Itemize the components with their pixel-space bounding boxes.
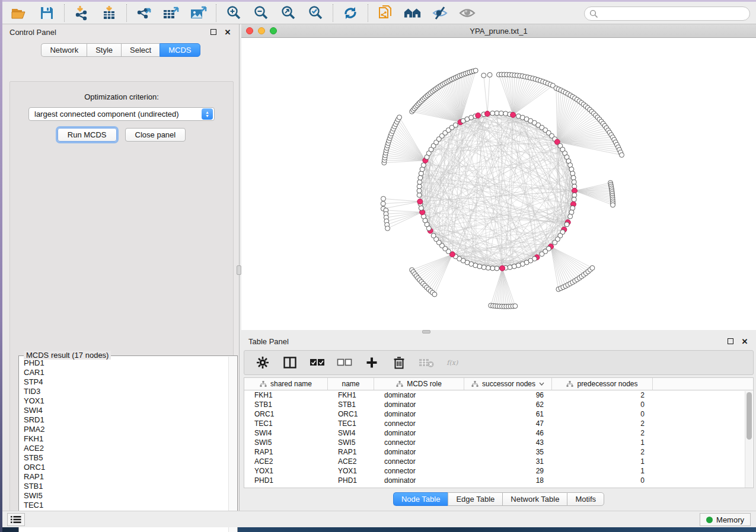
zoom-in-button[interactable] bbox=[225, 5, 243, 21]
network-canvas[interactable] bbox=[241, 38, 756, 329]
mcds-result-item[interactable]: FKH1 bbox=[24, 434, 228, 444]
mcds-result-list[interactable]: PHD1CAR1STP4TID3YOX1SWI4SRD1PMA2FKH1ACE2… bbox=[20, 358, 228, 532]
table-row[interactable]: TEC1TEC1connector472 bbox=[244, 419, 753, 428]
mcds-result-item[interactable]: YOX1 bbox=[24, 396, 228, 406]
leaf-node[interactable] bbox=[513, 304, 518, 309]
mcds-result-item[interactable]: SWI5 bbox=[24, 491, 228, 501]
table-scrollbar[interactable] bbox=[745, 391, 752, 488]
table-row[interactable]: FKH1FKH1dominator962 bbox=[244, 390, 753, 400]
leaf-node[interactable] bbox=[385, 226, 390, 231]
mcds-result-item[interactable]: TID3 bbox=[24, 387, 228, 396]
float-panel-icon[interactable] bbox=[726, 337, 735, 345]
column-header-name[interactable]: name bbox=[328, 378, 374, 390]
table-row[interactable]: RAP1RAP1dominator352 bbox=[244, 447, 753, 457]
mcds-hub-node[interactable] bbox=[511, 112, 516, 117]
ring-node[interactable] bbox=[572, 197, 576, 202]
table-row[interactable]: ORC1ORC1dominator610 bbox=[244, 409, 753, 419]
close-panel-button[interactable]: Close panel bbox=[125, 128, 186, 142]
ring-node[interactable] bbox=[431, 233, 436, 238]
ring-node[interactable] bbox=[419, 206, 423, 210]
table-row[interactable]: SWI4SWI4dominator462 bbox=[244, 428, 753, 438]
table-body[interactable]: FKH1FKH1dominator962STB1STB1dominator620… bbox=[244, 390, 753, 485]
mcds-result-item[interactable]: CAR1 bbox=[24, 368, 228, 377]
tab-select[interactable]: Select bbox=[121, 43, 160, 57]
show-column-button[interactable] bbox=[282, 355, 298, 370]
export-image-button[interactable] bbox=[190, 5, 208, 21]
zoom-fit-button[interactable] bbox=[279, 5, 297, 21]
table-row[interactable]: ACE2ACE2connector311 bbox=[244, 457, 753, 466]
table-row[interactable]: YOX1YOX1connector291 bbox=[244, 466, 753, 476]
mcds-result-item[interactable]: RAP1 bbox=[24, 472, 228, 482]
leaf-node[interactable] bbox=[590, 265, 595, 270]
ring-node[interactable] bbox=[495, 111, 499, 116]
ring-node[interactable] bbox=[540, 252, 544, 257]
mcds-result-item[interactable]: SRD1 bbox=[24, 415, 228, 425]
close-panel-icon[interactable]: ✕ bbox=[224, 28, 232, 36]
create-column-button[interactable] bbox=[364, 355, 379, 370]
function-builder-button[interactable]: f(x) bbox=[446, 355, 461, 370]
ring-node[interactable] bbox=[417, 180, 422, 184]
ring-node[interactable] bbox=[417, 188, 422, 193]
new-network-from-selection-button[interactable] bbox=[377, 5, 394, 21]
mcds-result-item[interactable]: STP4 bbox=[24, 377, 228, 387]
table-scrollbar-thumb[interactable] bbox=[747, 392, 752, 440]
apply-layout-button[interactable] bbox=[342, 5, 359, 21]
ring-node[interactable] bbox=[495, 266, 499, 271]
ring-node[interactable] bbox=[490, 266, 495, 271]
zoom-selected-button[interactable] bbox=[307, 5, 324, 21]
ring-node[interactable] bbox=[453, 123, 458, 127]
network-window-titlebar[interactable]: YPA_prune.txt_1 bbox=[241, 24, 756, 38]
tab-edge-table[interactable]: Edge Table bbox=[448, 492, 502, 506]
delete-table-button[interactable] bbox=[419, 355, 434, 370]
ring-node[interactable] bbox=[421, 163, 426, 168]
zoom-out-button[interactable] bbox=[252, 5, 270, 21]
mcds-list-scrollbar[interactable] bbox=[228, 357, 237, 532]
ring-node[interactable] bbox=[512, 264, 516, 269]
search-box[interactable] bbox=[584, 7, 750, 21]
leaf-node[interactable] bbox=[473, 68, 478, 73]
select-all-button[interactable] bbox=[310, 355, 325, 370]
mcds-result-item[interactable]: SWI4 bbox=[24, 406, 228, 415]
leaf-node[interactable] bbox=[397, 115, 402, 120]
leaf-node[interactable] bbox=[381, 201, 385, 206]
ring-node[interactable] bbox=[486, 265, 490, 270]
tab-motifs[interactable]: Motifs bbox=[567, 492, 604, 506]
mcds-hub-node[interactable] bbox=[417, 199, 423, 204]
show-all-button[interactable] bbox=[458, 5, 476, 21]
float-panel-icon[interactable] bbox=[209, 28, 218, 36]
export-table-button[interactable] bbox=[162, 5, 180, 21]
ring-node[interactable] bbox=[417, 193, 422, 197]
ring-node[interactable] bbox=[499, 111, 503, 116]
ring-node[interactable] bbox=[553, 240, 557, 245]
import-table-button[interactable] bbox=[100, 5, 118, 21]
mcds-result-item[interactable]: PHD1 bbox=[24, 358, 228, 368]
leaf-node[interactable] bbox=[611, 203, 615, 207]
memory-button[interactable]: Memory bbox=[700, 513, 751, 526]
ring-node[interactable] bbox=[417, 184, 422, 189]
tab-network[interactable]: Network bbox=[41, 43, 87, 57]
leaf-node[interactable] bbox=[620, 153, 624, 158]
mcds-result-item[interactable]: PMA2 bbox=[24, 425, 228, 434]
ring-node[interactable] bbox=[570, 171, 575, 176]
vertical-splitter-handle[interactable] bbox=[237, 265, 241, 275]
node-table[interactable]: shared name name MCDS role successor nod… bbox=[244, 377, 754, 488]
leaf-node[interactable] bbox=[432, 292, 437, 297]
hide-selected-button[interactable] bbox=[431, 5, 449, 21]
mcds-result-item[interactable]: STB1 bbox=[24, 482, 228, 491]
deselect-all-button[interactable] bbox=[337, 355, 352, 370]
save-session-button[interactable] bbox=[38, 5, 56, 21]
leaf-node[interactable] bbox=[487, 72, 492, 77]
table-row[interactable]: SWI5SWI5connector431 bbox=[244, 438, 753, 447]
mcds-hub-node[interactable] bbox=[476, 113, 481, 118]
ring-node[interactable] bbox=[490, 111, 495, 116]
tab-network-table[interactable]: Network Table bbox=[502, 492, 567, 506]
mcds-hub-node[interactable] bbox=[485, 111, 490, 117]
mcds-result-item[interactable]: TEC1 bbox=[24, 501, 228, 510]
delete-column-button[interactable] bbox=[391, 355, 407, 370]
table-row[interactable]: STB1STB1dominator620 bbox=[244, 400, 753, 409]
mcds-result-item[interactable]: ORC1 bbox=[24, 463, 228, 472]
ring-node[interactable] bbox=[481, 265, 486, 270]
ring-node[interactable] bbox=[572, 180, 576, 184]
tab-node-table[interactable]: Node Table bbox=[393, 492, 448, 506]
column-header-predecessor-nodes[interactable]: predecessor nodes bbox=[552, 378, 653, 390]
